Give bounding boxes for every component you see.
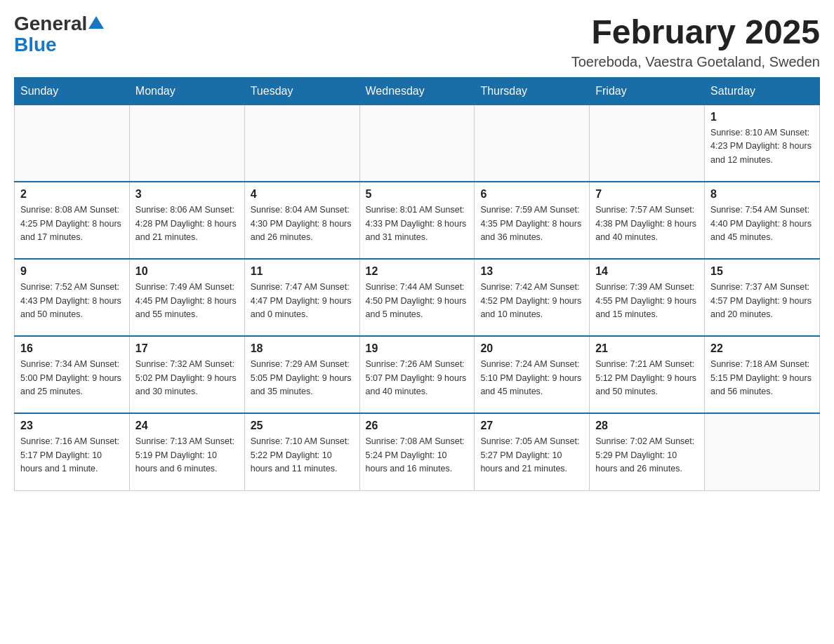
day-info: Sunrise: 7:21 AM Sunset: 5:12 PM Dayligh… (595, 358, 699, 398)
day-info: Sunrise: 7:39 AM Sunset: 4:55 PM Dayligh… (595, 281, 699, 321)
page-header: General Blue February 2025 Toereboda, Va… (14, 14, 820, 70)
day-info: Sunrise: 8:06 AM Sunset: 4:28 PM Dayligh… (135, 203, 239, 244)
calendar-cell: 19Sunrise: 7:26 AM Sunset: 5:07 PM Dayli… (359, 336, 475, 413)
day-number: 27 (480, 420, 583, 432)
calendar-cell (705, 413, 820, 490)
logo-blue-text: Blue (14, 34, 57, 56)
title-block: February 2025 Toereboda, Vaestra Goetala… (571, 14, 820, 70)
day-header-tuesday: Tuesday (244, 77, 359, 105)
calendar-week-row: 2Sunrise: 8:08 AM Sunset: 4:25 PM Daylig… (15, 182, 820, 259)
day-number: 11 (251, 265, 354, 278)
day-number: 15 (710, 265, 814, 278)
day-info: Sunrise: 7:44 AM Sunset: 4:50 PM Dayligh… (366, 281, 469, 321)
day-info: Sunrise: 8:10 AM Sunset: 4:23 PM Dayligh… (710, 126, 814, 167)
day-info: Sunrise: 7:54 AM Sunset: 4:40 PM Dayligh… (710, 203, 814, 244)
day-info: Sunrise: 7:59 AM Sunset: 4:35 PM Dayligh… (480, 203, 583, 244)
day-number: 6 (480, 188, 583, 201)
day-info: Sunrise: 7:02 AM Sunset: 5:29 PM Dayligh… (595, 435, 699, 476)
day-info: Sunrise: 7:37 AM Sunset: 4:57 PM Dayligh… (710, 281, 814, 321)
calendar-cell: 4Sunrise: 8:04 AM Sunset: 4:30 PM Daylig… (244, 182, 359, 259)
day-info: Sunrise: 8:04 AM Sunset: 4:30 PM Dayligh… (251, 203, 354, 244)
day-number: 18 (251, 342, 354, 355)
calendar-header-row: SundayMondayTuesdayWednesdayThursdayFrid… (15, 77, 820, 105)
day-number: 14 (595, 265, 699, 278)
logo-general-text: General (14, 14, 87, 34)
calendar-cell: 20Sunrise: 7:24 AM Sunset: 5:10 PM Dayli… (475, 336, 590, 413)
calendar-cell: 2Sunrise: 8:08 AM Sunset: 4:25 PM Daylig… (15, 182, 130, 259)
day-header-sunday: Sunday (15, 77, 130, 105)
day-info: Sunrise: 8:01 AM Sunset: 4:33 PM Dayligh… (366, 203, 469, 244)
day-number: 5 (366, 188, 469, 201)
calendar-cell (244, 105, 359, 182)
calendar-cell: 24Sunrise: 7:13 AM Sunset: 5:19 PM Dayli… (129, 413, 244, 490)
calendar-cell: 3Sunrise: 8:06 AM Sunset: 4:28 PM Daylig… (129, 182, 244, 259)
calendar-week-row: 9Sunrise: 7:52 AM Sunset: 4:43 PM Daylig… (15, 259, 820, 336)
calendar-cell (590, 105, 705, 182)
day-number: 16 (20, 342, 124, 355)
calendar-cell: 14Sunrise: 7:39 AM Sunset: 4:55 PM Dayli… (590, 259, 705, 336)
calendar-cell (129, 105, 244, 182)
day-info: Sunrise: 7:16 AM Sunset: 5:17 PM Dayligh… (20, 435, 124, 476)
day-number: 20 (480, 342, 583, 355)
day-number: 2 (20, 188, 124, 201)
calendar-cell: 6Sunrise: 7:59 AM Sunset: 4:35 PM Daylig… (475, 182, 590, 259)
day-info: Sunrise: 7:49 AM Sunset: 4:45 PM Dayligh… (135, 281, 239, 321)
day-number: 19 (366, 342, 469, 355)
day-info: Sunrise: 7:13 AM Sunset: 5:19 PM Dayligh… (135, 435, 239, 476)
day-info: Sunrise: 8:08 AM Sunset: 4:25 PM Dayligh… (20, 203, 124, 244)
calendar-cell: 23Sunrise: 7:16 AM Sunset: 5:17 PM Dayli… (15, 413, 130, 490)
calendar-table: SundayMondayTuesdayWednesdayThursdayFrid… (14, 77, 820, 491)
day-info: Sunrise: 7:34 AM Sunset: 5:00 PM Dayligh… (20, 358, 124, 398)
logo-triangle-icon (88, 15, 104, 30)
calendar-cell: 27Sunrise: 7:05 AM Sunset: 5:27 PM Dayli… (475, 413, 590, 490)
calendar-cell: 8Sunrise: 7:54 AM Sunset: 4:40 PM Daylig… (705, 182, 820, 259)
day-info: Sunrise: 7:57 AM Sunset: 4:38 PM Dayligh… (595, 203, 699, 244)
location-title: Toereboda, Vaestra Goetaland, Sweden (571, 54, 820, 70)
calendar-cell: 17Sunrise: 7:32 AM Sunset: 5:02 PM Dayli… (129, 336, 244, 413)
day-number: 25 (251, 420, 354, 432)
day-info: Sunrise: 7:05 AM Sunset: 5:27 PM Dayligh… (480, 435, 583, 476)
calendar-week-row: 23Sunrise: 7:16 AM Sunset: 5:17 PM Dayli… (15, 413, 820, 490)
day-info: Sunrise: 7:52 AM Sunset: 4:43 PM Dayligh… (20, 281, 124, 321)
calendar-cell: 11Sunrise: 7:47 AM Sunset: 4:47 PM Dayli… (244, 259, 359, 336)
day-info: Sunrise: 7:42 AM Sunset: 4:52 PM Dayligh… (480, 281, 583, 321)
calendar-week-row: 1Sunrise: 8:10 AM Sunset: 4:23 PM Daylig… (15, 105, 820, 182)
day-info: Sunrise: 7:18 AM Sunset: 5:15 PM Dayligh… (710, 358, 814, 398)
day-number: 3 (135, 188, 239, 201)
day-number: 23 (20, 420, 124, 432)
calendar-cell: 1Sunrise: 8:10 AM Sunset: 4:23 PM Daylig… (705, 105, 820, 182)
calendar-cell: 26Sunrise: 7:08 AM Sunset: 5:24 PM Dayli… (359, 413, 475, 490)
day-number: 17 (135, 342, 239, 355)
day-info: Sunrise: 7:32 AM Sunset: 5:02 PM Dayligh… (135, 358, 239, 398)
calendar-cell: 22Sunrise: 7:18 AM Sunset: 5:15 PM Dayli… (705, 336, 820, 413)
day-header-thursday: Thursday (475, 77, 590, 105)
day-info: Sunrise: 7:26 AM Sunset: 5:07 PM Dayligh… (366, 358, 469, 398)
day-number: 7 (595, 188, 699, 201)
logo: General Blue (14, 14, 104, 56)
calendar-cell: 13Sunrise: 7:42 AM Sunset: 4:52 PM Dayli… (475, 259, 590, 336)
day-header-friday: Friday (590, 77, 705, 105)
calendar-cell: 7Sunrise: 7:57 AM Sunset: 4:38 PM Daylig… (590, 182, 705, 259)
day-info: Sunrise: 7:10 AM Sunset: 5:22 PM Dayligh… (251, 435, 354, 476)
svg-marker-0 (88, 16, 104, 29)
calendar-cell (359, 105, 475, 182)
day-number: 9 (20, 265, 124, 278)
calendar-cell: 12Sunrise: 7:44 AM Sunset: 4:50 PM Dayli… (359, 259, 475, 336)
day-header-saturday: Saturday (705, 77, 820, 105)
day-number: 12 (366, 265, 469, 278)
day-number: 26 (366, 420, 469, 432)
calendar-cell (475, 105, 590, 182)
calendar-cell: 18Sunrise: 7:29 AM Sunset: 5:05 PM Dayli… (244, 336, 359, 413)
calendar-cell: 28Sunrise: 7:02 AM Sunset: 5:29 PM Dayli… (590, 413, 705, 490)
calendar-cell: 5Sunrise: 8:01 AM Sunset: 4:33 PM Daylig… (359, 182, 475, 259)
day-number: 13 (480, 265, 583, 278)
day-info: Sunrise: 7:47 AM Sunset: 4:47 PM Dayligh… (251, 281, 354, 321)
calendar-cell: 21Sunrise: 7:21 AM Sunset: 5:12 PM Dayli… (590, 336, 705, 413)
calendar-cell (15, 105, 130, 182)
day-number: 24 (135, 420, 239, 432)
day-number: 28 (595, 420, 699, 432)
calendar-cell: 25Sunrise: 7:10 AM Sunset: 5:22 PM Dayli… (244, 413, 359, 490)
day-header-wednesday: Wednesday (359, 77, 475, 105)
calendar-cell: 15Sunrise: 7:37 AM Sunset: 4:57 PM Dayli… (705, 259, 820, 336)
day-info: Sunrise: 7:24 AM Sunset: 5:10 PM Dayligh… (480, 358, 583, 398)
